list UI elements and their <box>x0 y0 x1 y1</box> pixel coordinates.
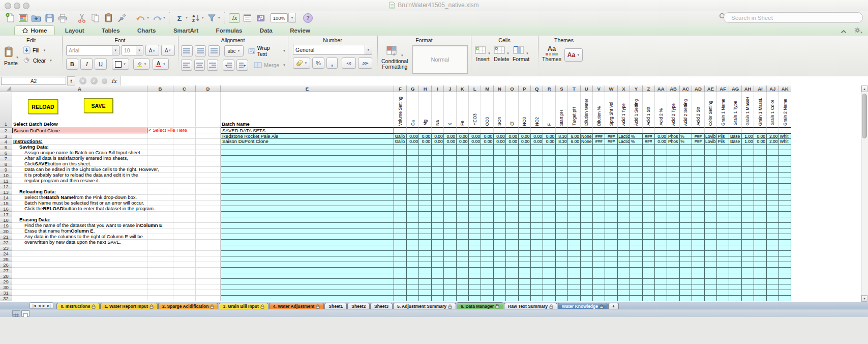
format-cells-button[interactable]: ▼ Format <box>513 46 529 62</box>
cell-E8[interactable] <box>221 161 394 167</box>
cell-K7[interactable] <box>457 156 469 161</box>
cell-AH26[interactable] <box>742 262 754 268</box>
cell-M27[interactable] <box>481 268 493 273</box>
cell-M14[interactable] <box>481 195 493 200</box>
cell-U29[interactable] <box>581 279 593 284</box>
cell-AA27[interactable] <box>655 268 667 273</box>
cell-AD20[interactable] <box>692 228 704 234</box>
cell-AA32[interactable] <box>655 296 667 301</box>
cell-J19[interactable] <box>444 223 456 228</box>
cell-F24[interactable] <box>394 251 407 256</box>
cell-N7[interactable] <box>494 156 506 161</box>
cell-AB27[interactable] <box>667 268 679 273</box>
cell-G2[interactable] <box>407 128 419 133</box>
row-header-23[interactable]: 23 <box>0 245 12 251</box>
cell-AD1[interactable]: Acid 2 Str <box>692 92 704 128</box>
cell-I32[interactable] <box>432 296 444 301</box>
cell-AF11[interactable] <box>717 178 729 184</box>
cell-Y21[interactable] <box>630 234 642 240</box>
cell-U21[interactable] <box>581 234 593 240</box>
cell-L1[interactable]: HCO3 <box>469 92 481 128</box>
cell-AB25[interactable] <box>667 256 679 262</box>
cell-S17[interactable] <box>556 212 568 217</box>
cell-AH25[interactable] <box>742 256 754 262</box>
cell-AB18[interactable] <box>667 217 679 223</box>
search-input[interactable]: Search in Sheet <box>724 12 863 23</box>
cell-AB9[interactable] <box>667 167 679 173</box>
cell-AH17[interactable] <box>742 212 754 217</box>
cell-F10[interactable] <box>394 173 407 178</box>
cell-P10[interactable] <box>519 173 531 178</box>
cell-AG1[interactable]: Grain 1 Type <box>729 92 741 128</box>
cell-D6[interactable] <box>196 150 221 156</box>
cell-U16[interactable] <box>581 206 593 212</box>
cell-A5[interactable]: Saving Data: <box>12 145 147 150</box>
cell-AE12[interactable] <box>705 184 717 189</box>
cell-AF17[interactable] <box>717 212 729 217</box>
cell-AA21[interactable] <box>655 234 667 240</box>
cell-F20[interactable] <box>394 228 407 234</box>
cell-AJ30[interactable] <box>767 284 779 290</box>
cell-AG14[interactable] <box>729 195 741 200</box>
cell-Y23[interactable] <box>630 245 642 251</box>
cell-O19[interactable] <box>506 223 518 228</box>
column-header-T[interactable]: T <box>568 85 580 92</box>
cell-AA17[interactable] <box>655 212 667 217</box>
clear-button[interactable]: Clear▼ <box>23 57 52 64</box>
cell-U26[interactable] <box>581 262 593 268</box>
cell-AK25[interactable] <box>779 256 791 262</box>
tab-home[interactable]: Home <box>14 25 55 35</box>
cell-N26[interactable] <box>494 262 506 268</box>
cell-AF22[interactable] <box>717 240 729 245</box>
vertical-scrollbar[interactable]: ▲ ▼ <box>861 85 868 302</box>
cell-AB15[interactable] <box>667 200 679 206</box>
conditional-formatting-button[interactable]: ≤▼ ConditionalFormatting <box>381 45 408 74</box>
cell-AF18[interactable] <box>717 217 729 223</box>
show-toolbox-icon[interactable] <box>241 12 254 24</box>
cell-AK17[interactable] <box>779 212 791 217</box>
cell-W6[interactable] <box>605 150 617 156</box>
font-size-select[interactable]: 10▼ <box>122 45 143 55</box>
cell-O26[interactable] <box>506 262 518 268</box>
cell-G16[interactable] <box>407 206 419 212</box>
cell-V12[interactable] <box>593 184 605 189</box>
cell-T9[interactable] <box>568 167 580 173</box>
cell-D15[interactable] <box>196 200 221 206</box>
cell-T2[interactable] <box>568 128 580 133</box>
cell-H16[interactable] <box>419 206 431 212</box>
column-header-S[interactable]: S <box>556 85 568 92</box>
cell-J29[interactable] <box>444 279 456 284</box>
cell-Z12[interactable] <box>643 184 655 189</box>
cell-AG2[interactable] <box>729 128 741 133</box>
cell-T19[interactable] <box>568 223 580 228</box>
cell-AF6[interactable] <box>717 150 729 156</box>
cell-M8[interactable] <box>481 161 493 167</box>
cell-I31[interactable] <box>432 290 444 296</box>
cell-J30[interactable] <box>444 284 456 290</box>
cell-AH22[interactable] <box>742 240 754 245</box>
cell-T25[interactable] <box>568 256 580 262</box>
cell-D1[interactable] <box>196 92 221 128</box>
cell-K1[interactable]: Fe <box>457 92 469 128</box>
cell-N1[interactable]: SO4 <box>494 92 506 128</box>
cell-K19[interactable] <box>457 223 469 228</box>
cell-AA20[interactable] <box>655 228 667 234</box>
cell-S20[interactable] <box>556 228 568 234</box>
cell-I8[interactable] <box>432 161 444 167</box>
cell-P16[interactable] <box>519 206 531 212</box>
cell-G24[interactable] <box>407 251 419 256</box>
cell-F31[interactable] <box>394 290 407 296</box>
cell-F13[interactable] <box>394 189 407 195</box>
cell-AI8[interactable] <box>754 161 766 167</box>
cell-AE29[interactable] <box>705 279 717 284</box>
cell-AD19[interactable] <box>692 223 704 228</box>
text-orientation-button[interactable]: abc▼ <box>224 45 244 56</box>
cell-L14[interactable] <box>469 195 481 200</box>
cell-O14[interactable] <box>506 195 518 200</box>
cell-AG23[interactable] <box>729 245 741 251</box>
cell-M25[interactable] <box>481 256 493 262</box>
cell-J18[interactable] <box>444 217 456 223</box>
cell-AE10[interactable] <box>705 173 717 178</box>
cell-X22[interactable] <box>618 240 630 245</box>
cell-M21[interactable] <box>481 234 493 240</box>
